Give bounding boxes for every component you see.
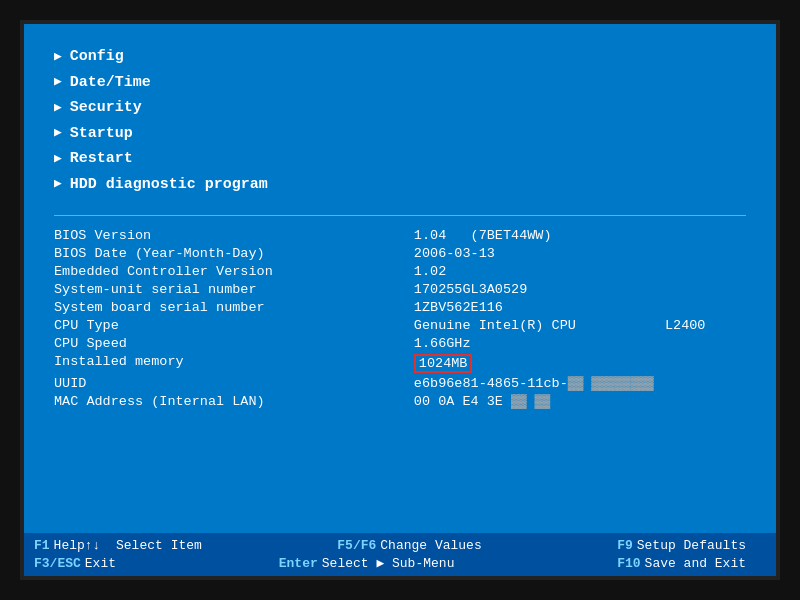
- footer-f9-group: F9 Setup Defaults: [617, 538, 766, 553]
- label-cpu-speed: CPU Speed: [54, 334, 414, 352]
- label-unit-serial: System-unit serial number: [54, 280, 414, 298]
- menu-label-security: Security: [70, 95, 142, 121]
- label-board-serial: System board serial number: [54, 298, 414, 316]
- memory-highlight: 1024MB: [414, 354, 473, 373]
- desc-f5f6: Change Values: [380, 538, 481, 553]
- key-f3esc: F3/ESC: [34, 556, 81, 571]
- mac-partial: ▓▓ ▓▓: [511, 394, 550, 409]
- menu-item-security[interactable]: ▶ Security: [54, 95, 746, 121]
- label-memory: Installed memory: [54, 352, 414, 374]
- table-row: Embedded Controller Version 1.02: [54, 262, 746, 280]
- value-memory: 1024MB: [414, 352, 746, 374]
- table-row: UUID e6b96e81-4865-11cb-▓▓ ▓▓▓▓▓▓▓▓: [54, 374, 746, 392]
- menu-label-hdd: HDD diagnostic program: [70, 172, 268, 198]
- arrow-icon-datetime: ▶: [54, 71, 62, 93]
- key-f10: F10: [617, 556, 640, 571]
- footer-f3esc-group: F3/ESC Exit: [34, 556, 136, 571]
- label-mac: MAC Address (Internal LAN): [54, 392, 414, 410]
- label-uuid: UUID: [54, 374, 414, 392]
- table-row: MAC Address (Internal LAN) 00 0A E4 3E ▓…: [54, 392, 746, 410]
- menu-item-restart[interactable]: ▶ Restart: [54, 146, 746, 172]
- desc-f9: Setup Defaults: [637, 538, 746, 553]
- value-bios-date: 2006-03-13: [414, 244, 746, 262]
- footer-enter-group: Enter Select ▶ Sub-Menu: [279, 555, 475, 571]
- uuid-partial: ▓▓ ▓▓▓▓▓▓▓▓: [568, 376, 654, 391]
- arrow-icon-hdd: ▶: [54, 173, 62, 195]
- sysinfo-table: BIOS Version 1.04 (7BET44WW) BIOS Date (…: [54, 226, 746, 410]
- label-bios-version: BIOS Version: [54, 226, 414, 244]
- menu-item-startup[interactable]: ▶ Startup: [54, 121, 746, 147]
- arrow-icon-restart: ▶: [54, 148, 62, 170]
- menu-item-datetime[interactable]: ▶ Date/Time: [54, 70, 746, 96]
- table-row: System board serial number 1ZBV562E116: [54, 298, 746, 316]
- value-uuid: e6b96e81-4865-11cb-▓▓ ▓▓▓▓▓▓▓▓: [414, 374, 746, 392]
- table-row: Installed memory 1024MB: [54, 352, 746, 374]
- key-enter: Enter: [279, 556, 318, 571]
- footer-bar: F1 Help↑↓ Select Item F5/F6 Change Value…: [24, 533, 776, 576]
- arrow-icon-security: ▶: [54, 97, 62, 119]
- value-ec-version: 1.02: [414, 262, 746, 280]
- menu-label-restart: Restart: [70, 146, 133, 172]
- arrow-icon-config: ▶: [54, 46, 62, 68]
- table-row: BIOS Date (Year-Month-Day) 2006-03-13: [54, 244, 746, 262]
- menu-label-config: Config: [70, 44, 124, 70]
- desc-f10: Save and Exit: [645, 556, 746, 571]
- footer-row-1: F1 Help↑↓ Select Item F5/F6 Change Value…: [34, 537, 766, 554]
- menu-item-config[interactable]: ▶ Config: [54, 44, 746, 70]
- menu-label-startup: Startup: [70, 121, 133, 147]
- label-ec-version: Embedded Controller Version: [54, 262, 414, 280]
- desc-enter: Select ▶ Sub-Menu: [322, 555, 455, 571]
- desc-f3esc: Exit: [85, 556, 116, 571]
- key-f9: F9: [617, 538, 633, 553]
- value-unit-serial: 170255GL3A0529: [414, 280, 746, 298]
- table-row: CPU Speed 1.66GHz: [54, 334, 746, 352]
- table-row: CPU Type Genuine Intel(R) CPU L2400: [54, 316, 746, 334]
- key-f5f6: F5/F6: [337, 538, 376, 553]
- value-cpu-type: Genuine Intel(R) CPU L2400: [414, 316, 746, 334]
- table-row: System-unit serial number 170255GL3A0529: [54, 280, 746, 298]
- value-board-serial: 1ZBV562E116: [414, 298, 746, 316]
- value-cpu-speed: 1.66GHz: [414, 334, 746, 352]
- menu-section: ▶ Config ▶ Date/Time ▶ Security ▶ Startu…: [54, 44, 746, 197]
- footer-f1-group: F1 Help↑↓ Select Item: [34, 538, 222, 553]
- arrow-icon-startup: ▶: [54, 122, 62, 144]
- bios-screen: ▶ Config ▶ Date/Time ▶ Security ▶ Startu…: [20, 20, 780, 580]
- menu-label-datetime: Date/Time: [70, 70, 151, 96]
- key-f1: F1: [34, 538, 50, 553]
- footer-f5f6-group: F5/F6 Change Values: [337, 538, 501, 553]
- label-cpu-type: CPU Type: [54, 316, 414, 334]
- footer-row-2: F3/ESC Exit Enter Select ▶ Sub-Menu F10 …: [34, 554, 766, 572]
- value-bios-version: 1.04 (7BET44WW): [414, 226, 746, 244]
- table-row: BIOS Version 1.04 (7BET44WW): [54, 226, 746, 244]
- desc-f1: Help↑↓ Select Item: [54, 538, 202, 553]
- section-divider: [54, 215, 746, 216]
- footer-f10-group: F10 Save and Exit: [617, 556, 766, 571]
- menu-item-hdd[interactable]: ▶ HDD diagnostic program: [54, 172, 746, 198]
- label-bios-date: BIOS Date (Year-Month-Day): [54, 244, 414, 262]
- value-mac: 00 0A E4 3E ▓▓ ▓▓: [414, 392, 746, 410]
